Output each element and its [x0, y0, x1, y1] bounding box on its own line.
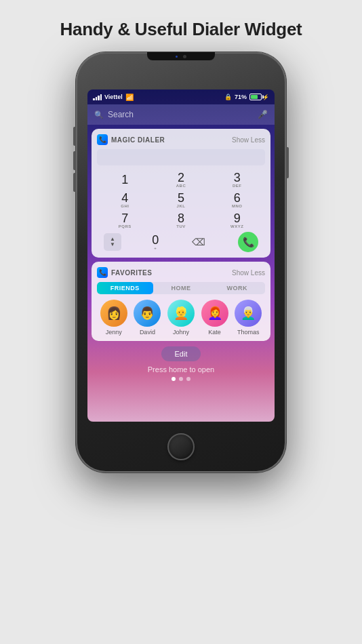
favorites-widget-title: FAVORITES [111, 269, 152, 277]
contact-name-kate: Kate [208, 329, 221, 336]
search-placeholder: Search [108, 110, 254, 119]
dial-key-4[interactable]: 4 GHI [97, 190, 153, 210]
dial-key-8[interactable]: 8 TUV [153, 210, 209, 230]
dialer-widget-title: MAGIC DIALER [111, 136, 165, 144]
favorites-title-row: 📞 FAVORITES [97, 267, 152, 278]
home-button[interactable] [167, 433, 195, 460]
avatar-kate: 👩‍🦰 [201, 300, 228, 327]
signal-bar-4 [100, 94, 102, 100]
signal-bars [93, 94, 102, 100]
favorites-widget: 📞 FAVORITES Show Less FRIENDS HOME WORK … [92, 262, 270, 341]
camera-led [176, 56, 178, 58]
battery-percent: 71% [235, 94, 247, 100]
dot-1 [172, 377, 176, 381]
dial-key-1[interactable]: 1 [97, 169, 153, 190]
status-right: 🔒 71% ⚡ [224, 94, 269, 100]
favorites-widget-icon: 📞 [97, 267, 108, 278]
tab-friends[interactable]: FRIENDS [97, 282, 153, 294]
contact-name-jenny: Jenny [106, 329, 122, 336]
avatar-johny: 👱 [167, 300, 195, 327]
edit-button[interactable]: Edit [161, 346, 201, 361]
dial-key-2[interactable]: 2 ABC [153, 169, 209, 190]
call-button[interactable]: 📞 [238, 232, 258, 252]
dial-key-7[interactable]: 7 PQRS [97, 210, 153, 230]
tab-work[interactable]: WORK [209, 282, 265, 294]
dialer-widget: 📞 MAGIC DIALER Show Less 1 2 ABC 3 [92, 129, 270, 258]
dial-key-3[interactable]: 3 DEF [209, 169, 265, 190]
arrow-down-icon: ▼ [110, 242, 115, 247]
avatar-david: 👨 [134, 300, 161, 327]
dialer-title-row: 📞 MAGIC DIALER [97, 134, 165, 145]
battery-icon [249, 94, 262, 100]
signal-bar-1 [93, 98, 95, 100]
contact-thomas[interactable]: 👨‍🦳 Thomas [235, 300, 262, 336]
avatar-thomas: 👨‍🦳 [235, 300, 262, 327]
dial-actions-row: ▲ ▼ 0 + ⌫ 📞 [97, 232, 265, 252]
contact-name-johny: Johny [173, 329, 189, 336]
dialer-widget-icon: 📞 [97, 134, 108, 145]
contact-johny[interactable]: 👱 Johny [167, 300, 195, 336]
microphone-icon: 🎤 [258, 110, 268, 119]
dial-keypad: 1 2 ABC 3 DEF 4 GHI 5 JKL [97, 169, 265, 230]
dot-2 [179, 377, 183, 381]
favorites-show-less[interactable]: Show Less [232, 269, 265, 277]
location-icon: 🔒 [224, 94, 232, 100]
phone-shell: Viettel 📶 🔒 71% ⚡ 🔍 Search 🎤 [76, 52, 286, 472]
favorites-tab-bar: FRIENDS HOME WORK [97, 282, 265, 294]
contact-name-thomas: Thomas [237, 329, 260, 336]
page-title: Handy & Useful Dialer Widget [60, 19, 302, 40]
avatar-jenny: 👩 [100, 300, 127, 327]
carrier-name: Viettel [104, 94, 123, 100]
scroll-arrows[interactable]: ▲ ▼ [104, 233, 121, 251]
dial-key-0[interactable]: 0 + [152, 232, 159, 252]
contact-kate[interactable]: 👩‍🦰 Kate [201, 300, 228, 336]
camera-dot [183, 55, 186, 58]
wifi-icon: 📶 [125, 94, 134, 101]
dialer-widget-header: 📞 MAGIC DIALER Show Less [97, 134, 265, 145]
status-left: Viettel 📶 [93, 94, 134, 101]
camera-bar [147, 52, 215, 60]
tab-home[interactable]: HOME [153, 282, 209, 294]
status-bar: Viettel 📶 🔒 71% ⚡ [87, 89, 275, 104]
search-icon: 🔍 [94, 110, 104, 119]
dialer-show-less[interactable]: Show Less [232, 136, 265, 144]
battery-fill [251, 95, 258, 99]
dot-3 [186, 377, 190, 381]
dial-key-6[interactable]: 6 MNO [209, 190, 265, 210]
contact-jenny[interactable]: 👩 Jenny [100, 300, 127, 336]
press-home-text: Press home to open [148, 365, 214, 374]
dial-key-5[interactable]: 5 JKL [153, 190, 209, 210]
contact-name-david: David [140, 329, 155, 336]
search-bar[interactable]: 🔍 Search 🎤 [87, 104, 275, 125]
signal-bar-2 [96, 97, 98, 100]
contact-david[interactable]: 👨 David [134, 300, 161, 336]
dialer-display[interactable] [97, 149, 265, 165]
phone-screen: Viettel 📶 🔒 71% ⚡ 🔍 Search 🎤 [87, 89, 275, 422]
page-dots [172, 377, 190, 381]
signal-bar-3 [98, 96, 100, 100]
screen-bottom-area: Edit Press home to open [87, 346, 275, 381]
dial-key-9[interactable]: 9 WXYZ [209, 210, 265, 230]
backspace-button[interactable]: ⌫ [190, 233, 207, 251]
battery-container: ⚡ [249, 94, 269, 100]
favorites-widget-header: 📞 FAVORITES Show Less [97, 267, 265, 278]
contacts-row: 👩 Jenny 👨 David 👱 Johny [97, 300, 265, 336]
phone-bottom [167, 433, 195, 460]
